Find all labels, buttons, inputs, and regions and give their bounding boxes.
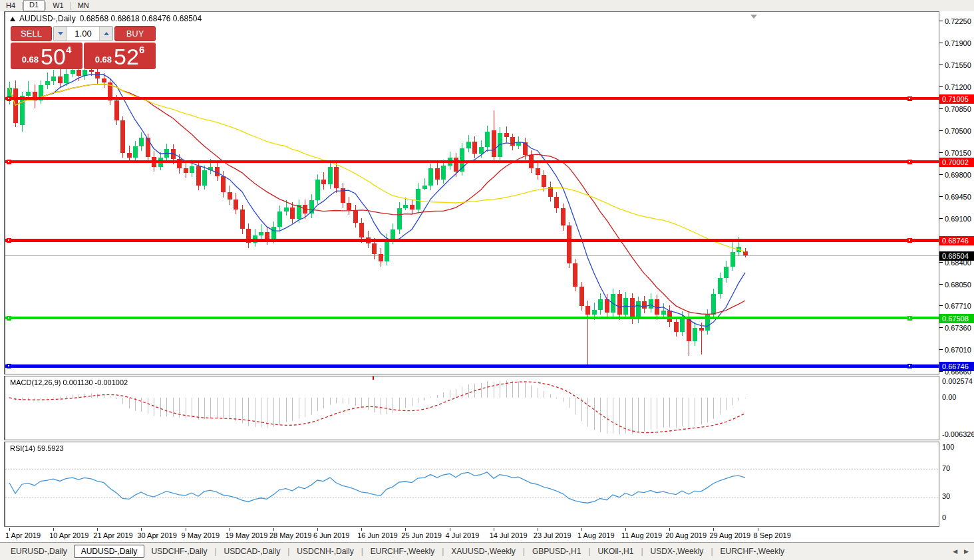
date-label: 19 May 2019 [226,531,268,539]
tab-separator: | [523,547,525,556]
price-axis-tick: 0.69450 [945,193,971,201]
toolbar-separator [22,2,23,10]
date-label: 23 Jul 2019 [534,531,571,539]
chart-title: AUDUSD-,Daily 0.68568 0.68618 0.68476 0.… [10,14,202,23]
volume-decrease-button[interactable] [54,27,67,41]
sell-button[interactable]: SELL [11,26,52,41]
macd-indicator-pane[interactable]: MACD(12,26,9) 0.001130 -0.001002 [4,376,939,440]
chart-tab-audusd-daily[interactable]: AUDUSD-,Daily [74,545,145,558]
price-axis-tick: 0.69800 [945,171,971,179]
main-chart-pane[interactable]: AUDUSD-,Daily 0.68568 0.68618 0.68476 0.… [4,11,939,374]
date-label: 11 Aug 2019 [621,531,662,539]
date-axis[interactable]: 1 Apr 201910 Apr 201921 Apr 201930 Apr 2… [4,528,939,543]
price-axis-tick: 0.71550 [945,61,971,69]
date-label: 16 Jun 2019 [357,531,398,539]
chart-tab-usdcad-daily[interactable]: USDCAD-,Daily [218,545,287,557]
price-axis-tick: 0.71200 [945,83,971,91]
date-tick [9,528,10,531]
macd-axis-value: -0.006326 [942,430,974,438]
chart-shift-marker-icon[interactable] [750,15,757,19]
rsi-indicator-pane[interactable]: RSI(14) 59.5923 [4,442,939,527]
price-label-resistance-level-3: 0.68746 [939,236,974,245]
buy-price-main: 52 [114,46,139,67]
timeframe-button-w1[interactable]: W1 [47,1,70,11]
date-tick [97,528,98,531]
tab-separator: | [361,547,363,556]
tab-scroll-arrows: ◀ ▶ [953,548,969,555]
price-axis-tick: 0.69100 [945,215,971,223]
date-tick [141,528,142,531]
date-label: 29 Aug 2019 [709,531,750,539]
sell-price-prefix: 0.68 [22,55,39,65]
tab-scroll-left-icon[interactable]: ◀ [953,548,957,555]
chart-tab-usdx-weekly[interactable]: USDX-,Weekly [644,545,711,557]
date-label: 10 Apr 2019 [49,531,88,539]
price-axis-tick: 0.70850 [945,105,971,113]
date-tick [361,528,362,531]
price-axis-tick: 0.72250 [945,17,971,25]
price-axis-tick: 0.70500 [945,127,971,135]
tab-separator: | [711,547,713,556]
date-tick [186,528,186,531]
buy-button[interactable]: BUY [114,26,156,41]
price-axis-tick: 0.68050 [945,281,971,289]
chart-tab-usdchf-daily[interactable]: USDCHF-,Daily [144,545,214,557]
spinner-up-icon [104,32,109,35]
date-tick [317,528,318,531]
chart-tab-eurchf-weekly[interactable]: EURCHF-,Weekly [364,545,441,557]
timeframe-button-d1[interactable]: D1 [23,0,45,11]
price-label-current-price: 0.68504 [939,251,974,261]
chart-window: AUDUSD-,Daily 0.68568 0.68618 0.68476 0.… [0,11,974,541]
date-tick [669,528,670,531]
date-label: 6 Jun 2019 [313,531,349,539]
date-tick [538,528,538,531]
chart-tab-ukoil-h1[interactable]: UKOil-,H1 [591,545,640,557]
volume-increase-button[interactable] [99,27,112,41]
date-tick [581,528,582,531]
rsi-canvas[interactable] [5,442,939,526]
rsi-axis-value: 0 [942,513,946,521]
rsi-axis-value: 70 [942,464,950,472]
tab-separator: | [214,547,216,556]
sell-price-main: 50 [41,46,66,67]
chart-tab-usdcnh-daily[interactable]: USDCNH-,Daily [290,545,360,557]
toolbar-separator [71,2,71,10]
price-label-support-level-2: 0.66746 [939,362,974,371]
chart-tab-eurusd-daily[interactable]: EURUSD-,Daily [4,545,74,557]
sell-price-panel[interactable]: 0.68 50 4 [11,43,82,69]
rsi-axis-value: 100 [942,443,954,451]
date-tick [273,528,274,531]
chart-tab-gbpusd-h1[interactable]: GBPUSD-,H1 [526,545,587,557]
chart-tab-eurchf-weekly[interactable]: EURCHF-,Weekly [714,545,791,557]
tab-separator: | [641,547,643,556]
price-axis-tick: 0.71900 [945,39,971,47]
chart-tab-xauusd-weekly[interactable]: XAUUSD-,Weekly [444,545,522,557]
one-click-trade-widget: SELL BUY 0.68 50 4 0.68 52 6 [11,26,156,69]
date-label: 1 Aug 2019 [577,531,615,539]
price-axis-tick: 0.67010 [945,346,971,354]
volume-spinner [53,26,113,41]
date-tick [494,528,494,531]
timeframe-button-mn[interactable]: MN [72,1,95,11]
date-tick [713,528,714,531]
timeframe-button-h4[interactable]: H4 [0,1,21,11]
price-label-support-level-1: 0.67508 [939,314,974,323]
price-label-resistance-level-2: 0.70002 [939,158,974,167]
buy-price-prefix: 0.68 [95,55,112,65]
symbol-marker-icon [10,17,15,21]
chart-tab-bar: EURUSD-,DailyAUDUSD-,DailyUSDCHF-,Daily|… [0,542,974,560]
date-label: 20 Aug 2019 [665,531,707,539]
macd-axis-value: 0.00 [942,393,956,401]
date-label: 28 May 2019 [269,531,312,539]
buy-price-pip: 6 [139,44,144,55]
price-axis-tick: 0.67360 [945,324,971,332]
price-axis[interactable]: 0.722500.719000.715500.712000.708500.705… [939,11,974,374]
tab-scroll-right-icon[interactable]: ▶ [964,548,969,555]
buy-price-panel[interactable]: 0.68 52 6 [84,43,156,69]
volume-input[interactable] [67,27,99,41]
toolbar-separator [45,2,46,10]
date-tick [450,528,450,531]
price-label-resistance-level-1: 0.71005 [939,94,974,104]
price-axis-tick: 0.70150 [945,149,971,157]
macd-canvas[interactable] [5,376,939,440]
